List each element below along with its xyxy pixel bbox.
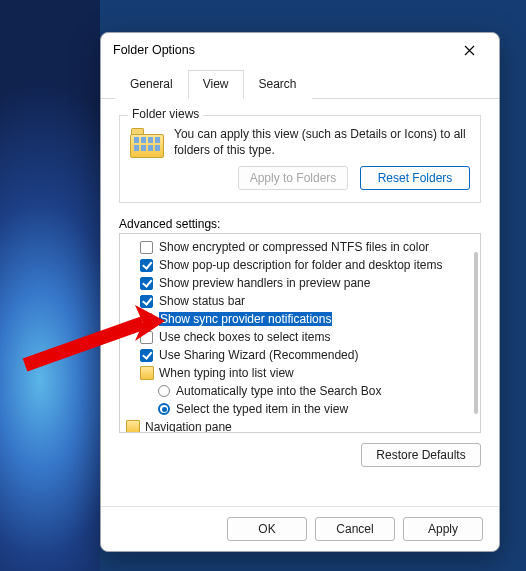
- tab-search[interactable]: Search: [244, 70, 312, 99]
- cancel-button[interactable]: Cancel: [315, 517, 395, 541]
- tree-item-label: Show pop-up description for folder and d…: [159, 258, 443, 272]
- tree-item-label: Show encrypted or compressed NTFS files …: [159, 240, 429, 254]
- dialog-footer: OK Cancel Apply: [101, 506, 499, 551]
- folder-icon: [140, 366, 154, 380]
- tree-item-label: Use check boxes to select items: [159, 330, 330, 344]
- tree-item[interactable]: Automatically type into the Search Box: [122, 382, 478, 400]
- scrollbar[interactable]: [474, 252, 478, 414]
- tab-view[interactable]: View: [188, 70, 244, 99]
- tab-body: Folder views You can apply this view (su…: [101, 99, 499, 506]
- tree-item-label: Navigation pane: [145, 420, 232, 433]
- tree-item[interactable]: Use check boxes to select items: [122, 328, 478, 346]
- close-button[interactable]: [451, 36, 487, 64]
- tree-item[interactable]: Show status bar: [122, 292, 478, 310]
- restore-defaults-button[interactable]: Restore Defaults: [361, 443, 481, 467]
- folder-views-icon: [130, 128, 164, 158]
- checkbox-icon[interactable]: [140, 295, 153, 308]
- tree-item[interactable]: Show sync provider notifications: [122, 310, 478, 328]
- tree-item[interactable]: Select the typed item in the view: [122, 400, 478, 418]
- titlebar: Folder Options: [101, 33, 499, 67]
- tree-item-label: Show status bar: [159, 294, 245, 308]
- tree-item-label: Automatically type into the Search Box: [176, 384, 381, 398]
- radio-icon[interactable]: [158, 385, 170, 397]
- tree-item[interactable]: Show preview handlers in preview pane: [122, 274, 478, 292]
- apply-button[interactable]: Apply: [403, 517, 483, 541]
- reset-folders-button[interactable]: Reset Folders: [360, 166, 470, 190]
- advanced-settings-tree[interactable]: Show encrypted or compressed NTFS files …: [119, 233, 481, 433]
- checkbox-icon[interactable]: [140, 313, 153, 326]
- tab-general[interactable]: General: [115, 70, 188, 99]
- radio-icon[interactable]: [158, 403, 170, 415]
- tree-item-label: Select the typed item in the view: [176, 402, 348, 416]
- tree-item[interactable]: Use Sharing Wizard (Recommended): [122, 346, 478, 364]
- folder-views-text: You can apply this view (such as Details…: [174, 126, 470, 158]
- checkbox-icon[interactable]: [140, 349, 153, 362]
- apply-to-folders-button[interactable]: Apply to Folders: [238, 166, 348, 190]
- tree-item[interactable]: Show encrypted or compressed NTFS files …: [122, 238, 478, 256]
- tree-item-label: Use Sharing Wizard (Recommended): [159, 348, 358, 362]
- folder-views-legend: Folder views: [128, 107, 203, 121]
- folder-options-dialog: Folder Options General View Search Folde…: [100, 32, 500, 552]
- tree-item-label: Show preview handlers in preview pane: [159, 276, 370, 290]
- folder-views-group: Folder views You can apply this view (su…: [119, 115, 481, 203]
- tree-item[interactable]: When typing into list view: [122, 364, 478, 382]
- tree-item[interactable]: Show pop-up description for folder and d…: [122, 256, 478, 274]
- ok-button[interactable]: OK: [227, 517, 307, 541]
- checkbox-icon[interactable]: [140, 241, 153, 254]
- tree-item-label: When typing into list view: [159, 366, 294, 380]
- desktop-background: [0, 0, 100, 571]
- checkbox-icon[interactable]: [140, 277, 153, 290]
- dialog-title: Folder Options: [113, 43, 195, 57]
- tree-item-label: Show sync provider notifications: [159, 312, 332, 326]
- tab-strip: General View Search: [101, 69, 499, 99]
- tree-item[interactable]: Navigation pane: [122, 418, 478, 433]
- folder-icon: [126, 420, 140, 433]
- advanced-settings-label: Advanced settings:: [119, 217, 481, 231]
- close-icon: [464, 45, 475, 56]
- checkbox-icon[interactable]: [140, 259, 153, 272]
- checkbox-icon[interactable]: [140, 331, 153, 344]
